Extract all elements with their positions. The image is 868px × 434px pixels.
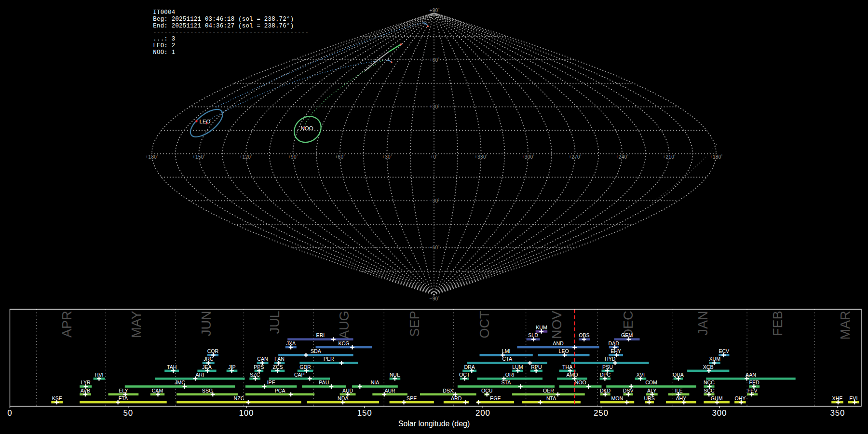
- svg-text:STA: STA: [501, 380, 511, 385]
- svg-text:CAM: CAM: [152, 388, 163, 393]
- svg-text:LUM: LUM: [512, 364, 523, 370]
- svg-text:+30°: +30°: [382, 154, 392, 160]
- svg-text:AHY: AHY: [676, 395, 686, 401]
- svg-text:CAP: CAP: [294, 372, 305, 378]
- svg-text:NOO: NOO: [301, 125, 313, 131]
- svg-text:+30°: +30°: [430, 104, 440, 109]
- svg-text:APR: APR: [60, 311, 74, 338]
- svg-text:OBS: OBS: [579, 332, 589, 338]
- svg-text:NCC: NCC: [704, 380, 715, 385]
- svg-text:LEO: LEO: [558, 348, 569, 354]
- svg-text:SCC: SCC: [704, 388, 715, 393]
- svg-text:AUD: AUD: [342, 388, 353, 393]
- svg-text:SZC: SZC: [250, 372, 260, 378]
- svg-text:End: 20251121 04:36:27 (sol =: End: 20251121 04:36:27 (sol = 238.76°): [153, 23, 294, 29]
- svg-text:XHE: XHE: [832, 395, 843, 401]
- svg-text:CAN: CAN: [257, 356, 268, 362]
- svg-text:NZC: NZC: [234, 395, 244, 401]
- svg-text:−60°: −60°: [430, 245, 440, 250]
- svg-text:+270°: +270°: [569, 154, 582, 160]
- svg-text:PSU: PSU: [602, 364, 613, 370]
- svg-text:KUM: KUM: [536, 325, 547, 330]
- svg-text:QUA: QUA: [673, 372, 684, 378]
- svg-text:ARI: ARI: [195, 372, 204, 378]
- svg-text:350: 350: [830, 408, 845, 418]
- svg-text:URS: URS: [644, 395, 654, 401]
- svg-text:AAN: AAN: [746, 372, 756, 378]
- svg-text:CTA: CTA: [502, 356, 513, 362]
- svg-text:FTA: FTA: [119, 395, 128, 401]
- svg-text:HYD: HYD: [605, 356, 616, 362]
- svg-text:PER: PER: [324, 356, 334, 362]
- svg-text:JUN: JUN: [199, 311, 214, 337]
- svg-text:ERI: ERI: [316, 332, 325, 338]
- svg-text:IPE: IPE: [267, 380, 275, 385]
- svg-text:DAD: DAD: [609, 340, 620, 346]
- svg-text:+90°: +90°: [288, 154, 298, 160]
- svg-text:ZCS: ZCS: [273, 364, 283, 370]
- svg-text:+210°: +210°: [663, 154, 676, 160]
- svg-text:AMO: AMO: [566, 372, 578, 378]
- svg-text:+120°: +120°: [239, 154, 252, 160]
- svg-text:+60°: +60°: [335, 154, 345, 160]
- svg-text:SEP: SEP: [407, 311, 422, 337]
- svg-text:+150°: +150°: [192, 154, 205, 160]
- svg-text:FEV: FEV: [747, 388, 758, 393]
- svg-text:IT0004: IT0004: [153, 9, 175, 16]
- svg-text:AUG: AUG: [337, 311, 352, 339]
- svg-text:AVB: AVB: [81, 388, 90, 393]
- svg-text:LYR: LYR: [81, 380, 91, 385]
- svg-text:NTA: NTA: [546, 395, 556, 401]
- svg-text:SSG: SSG: [202, 388, 213, 393]
- svg-text:ORI: ORI: [505, 372, 515, 378]
- svg-text:Beg: 20251121 03:46:18 (sol =: Beg: 20251121 03:46:18 (sol = 238.72°): [153, 16, 294, 23]
- svg-text:100: 100: [239, 408, 254, 418]
- svg-text:SLD: SLD: [528, 332, 538, 338]
- svg-text:TAH: TAH: [167, 364, 176, 370]
- svg-text:+180°: +180°: [145, 154, 158, 160]
- svg-text:200: 200: [475, 408, 490, 418]
- svg-text:GUM: GUM: [711, 395, 723, 401]
- svg-text:FAN: FAN: [274, 356, 285, 362]
- svg-text:NUE: NUE: [390, 372, 400, 378]
- svg-text:NOO: 1: NOO: 1: [153, 49, 175, 56]
- svg-text:ARD: ARD: [451, 395, 462, 401]
- svg-text:EGE: EGE: [490, 395, 501, 401]
- svg-text:AND: AND: [553, 340, 564, 346]
- svg-text:JEA: JEA: [202, 364, 212, 370]
- svg-text:DSX: DSX: [443, 388, 453, 393]
- svg-text:OCT: OCT: [477, 311, 492, 339]
- svg-text:JIP: JIP: [228, 364, 235, 370]
- svg-text:OER: OER: [543, 388, 554, 393]
- svg-text:DSV: DSV: [623, 388, 634, 393]
- svg-text:ELY: ELY: [119, 388, 128, 393]
- svg-text:LMI: LMI: [502, 348, 511, 354]
- svg-text:COM: COM: [645, 380, 657, 385]
- svg-text:+180°: +180°: [710, 154, 723, 160]
- svg-text:+90°: +90°: [430, 8, 440, 13]
- svg-text:SDA: SDA: [311, 348, 322, 354]
- svg-text:AUR: AUR: [384, 388, 395, 393]
- svg-text:XCB: XCB: [703, 364, 714, 370]
- svg-text:ILE: ILE: [675, 388, 683, 393]
- svg-text:OCU: OCU: [481, 388, 493, 393]
- svg-text:DPC: DPC: [600, 372, 611, 378]
- svg-text:FED: FED: [749, 380, 760, 385]
- svg-text:ECV: ECV: [719, 348, 730, 354]
- svg-text:Solar longitude (deg): Solar longitude (deg): [398, 420, 470, 428]
- svg-text:DRA: DRA: [464, 364, 475, 370]
- svg-text:JRC: JRC: [203, 356, 214, 362]
- svg-text:...: 3: ...: 3: [153, 36, 175, 42]
- svg-text:KCG: KCG: [339, 340, 350, 346]
- svg-text:XVI: XVI: [637, 372, 645, 378]
- svg-text:LEO: 2: LEO: 2: [153, 42, 175, 49]
- svg-text:−30°: −30°: [430, 198, 440, 203]
- svg-text:PPS: PPS: [254, 364, 264, 370]
- svg-text:GEM: GEM: [621, 332, 633, 338]
- svg-text:EVI: EVI: [849, 395, 857, 401]
- svg-text:NDA: NDA: [338, 395, 349, 401]
- svg-text:PAU: PAU: [319, 380, 329, 385]
- svg-text:FEB: FEB: [771, 311, 785, 337]
- svg-text:OHY: OHY: [734, 395, 746, 401]
- svg-text:300: 300: [712, 408, 727, 418]
